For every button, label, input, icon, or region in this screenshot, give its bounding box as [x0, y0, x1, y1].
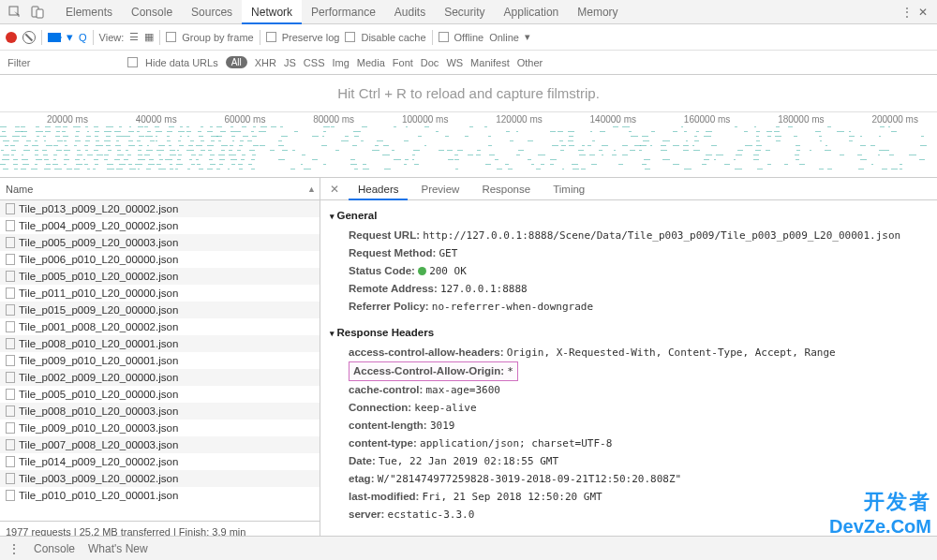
tab-memory[interactable]: Memory: [568, 0, 627, 24]
filter-icon[interactable]: ▾: [67, 30, 73, 44]
file-icon: [6, 372, 15, 383]
filter-js[interactable]: JS: [284, 57, 296, 68]
remote-address: 127.0.0.1:8888: [440, 283, 528, 295]
filter-xhr[interactable]: XHR: [255, 57, 276, 68]
request-row[interactable]: Tile_p009_p010_L20_00001.json: [0, 352, 320, 369]
file-icon: [6, 389, 15, 400]
tab-performance[interactable]: Performance: [302, 0, 385, 24]
clear-button[interactable]: [22, 31, 36, 44]
tick: 160000 ms: [684, 114, 730, 125]
drawer-console-tab[interactable]: Console: [34, 542, 75, 555]
request-list: Name ▲ Tile_p013_p009_L20_00002.jsonTile…: [0, 178, 320, 541]
view-large-icon[interactable]: ▦: [144, 31, 154, 43]
request-name: Tile_p014_p009_L20_00002.json: [19, 453, 178, 470]
request-row[interactable]: Tile_p004_p009_L20_00002.json: [0, 217, 320, 234]
view-list-icon[interactable]: ☰: [129, 31, 139, 43]
request-name: Tile_p013_p009_L20_00002.json: [19, 200, 178, 217]
filter-input[interactable]: [7, 57, 120, 68]
filter-css[interactable]: CSS: [304, 57, 325, 68]
hdr-connection: keep-alive: [414, 402, 476, 414]
filter-manifest[interactable]: Manifest: [470, 57, 510, 68]
group-checkbox[interactable]: [166, 32, 176, 42]
dtab-timing[interactable]: Timing: [543, 178, 594, 200]
timeline-overview[interactable]: 20000 ms 40000 ms 60000 ms 80000 ms 1000…: [0, 112, 937, 178]
throttle-chevron-icon[interactable]: ▾: [525, 31, 530, 43]
preserve-checkbox[interactable]: [266, 32, 276, 42]
request-row[interactable]: Tile_p005_p010_L20_00002.json: [0, 268, 320, 285]
preserve-label: Preserve log: [282, 32, 340, 43]
drawer-whatsnew-tab[interactable]: What's New: [88, 542, 148, 555]
request-row[interactable]: Tile_p009_p010_L20_00003.json: [0, 420, 320, 436]
tab-application[interactable]: Application: [495, 0, 569, 24]
tick: 200000 ms: [871, 114, 917, 125]
file-icon: [6, 220, 15, 231]
request-row[interactable]: Tile_p013_p009_L20_00002.json: [0, 200, 320, 217]
file-icon: [6, 456, 15, 467]
response-headers-section[interactable]: Response Headers: [330, 327, 928, 338]
general-section[interactable]: General: [330, 210, 928, 221]
filter-bar: Hide data URLs All XHR JS CSS Img Media …: [0, 51, 937, 75]
filter-font[interactable]: Font: [393, 57, 413, 68]
filter-all[interactable]: All: [226, 56, 247, 68]
request-row[interactable]: Tile_p006_p010_L20_00000.json: [0, 251, 320, 268]
file-icon: [6, 237, 15, 248]
request-name: Tile_p007_p008_L20_00003.json: [19, 436, 178, 453]
request-row[interactable]: Tile_p014_p009_L20_00002.json: [0, 453, 320, 470]
tick: 180000 ms: [778, 114, 824, 125]
inspect-icon[interactable]: [7, 5, 22, 20]
drawer-menu-icon[interactable]: ⋮: [7, 541, 21, 556]
hide-urls-checkbox[interactable]: [127, 57, 138, 67]
offline-checkbox[interactable]: [439, 32, 449, 42]
filter-other[interactable]: Other: [517, 57, 543, 68]
tab-console[interactable]: Console: [122, 0, 182, 24]
request-list-header[interactable]: Name ▲: [0, 178, 320, 200]
device-toggle-icon[interactable]: [30, 5, 45, 20]
tab-network[interactable]: Network: [242, 0, 302, 24]
more-icon[interactable]: ⋮: [901, 6, 913, 19]
tab-audits[interactable]: Audits: [385, 0, 435, 24]
hdr-content-type: application/json; charset=UTF-8: [420, 437, 612, 449]
hdr-acao: *: [507, 365, 513, 377]
tick: 40000 ms: [136, 114, 177, 125]
hdr-last-modified: Fri, 21 Sep 2018 12:50:20 GMT: [423, 491, 602, 503]
search-icon[interactable]: Q: [79, 32, 87, 43]
filter-ws[interactable]: WS: [446, 57, 463, 68]
request-row[interactable]: Tile_p015_p009_L20_00000.json: [0, 302, 320, 318]
request-method: GET: [439, 247, 457, 259]
filter-img[interactable]: Img: [332, 57, 349, 68]
tab-security[interactable]: Security: [435, 0, 494, 24]
request-row[interactable]: Tile_p003_p009_L20_00002.json: [0, 470, 320, 487]
request-name: Tile_p004_p009_L20_00002.json: [19, 217, 178, 234]
tab-elements[interactable]: Elements: [56, 0, 122, 24]
request-row[interactable]: Tile_p008_p010_L20_00001.json: [0, 335, 320, 352]
record-button[interactable]: [6, 32, 17, 43]
filter-doc[interactable]: Doc: [421, 57, 439, 68]
request-row[interactable]: Tile_p005_p009_L20_00003.json: [0, 234, 320, 251]
scroll-up-icon[interactable]: ▲: [307, 178, 316, 200]
hdr-cache-control: max-age=3600: [425, 384, 499, 396]
request-row[interactable]: Tile_p011_p010_L20_00000.json: [0, 285, 320, 302]
tab-sources[interactable]: Sources: [182, 0, 242, 24]
status-code: 200 OK: [429, 265, 467, 277]
hdr-server: ecstatic-3.3.0: [388, 508, 475, 521]
request-row[interactable]: Tile_p005_p010_L20_00000.json: [0, 386, 320, 403]
dtab-headers[interactable]: Headers: [349, 178, 408, 200]
request-row[interactable]: Tile_p001_p008_L20_00002.json: [0, 318, 320, 335]
camera-icon[interactable]: [48, 33, 61, 42]
hdr-date: Tue, 22 Jan 2019 02:18:55 GMT: [379, 455, 558, 467]
details-close-icon[interactable]: ✕: [324, 183, 345, 196]
dtab-preview[interactable]: Preview: [411, 178, 468, 200]
dtab-response[interactable]: Response: [472, 178, 540, 200]
main-content: Name ▲ Tile_p013_p009_L20_00002.jsonTile…: [0, 178, 937, 541]
request-row[interactable]: Tile_p008_p010_L20_00003.json: [0, 403, 320, 420]
file-icon: [6, 439, 15, 450]
close-icon[interactable]: ✕: [918, 6, 928, 19]
request-row[interactable]: Tile_p007_p008_L20_00003.json: [0, 436, 320, 453]
request-row[interactable]: Tile_p010_p010_L20_00001.json: [0, 487, 320, 504]
throttle-select[interactable]: Online: [489, 32, 519, 43]
request-row[interactable]: Tile_p002_p009_L20_00000.json: [0, 369, 320, 386]
filter-media[interactable]: Media: [357, 57, 385, 68]
request-name: Tile_p015_p009_L20_00000.json: [19, 302, 178, 318]
hdr-content-length: 3019: [430, 420, 455, 432]
disable-cache-checkbox[interactable]: [345, 32, 355, 42]
